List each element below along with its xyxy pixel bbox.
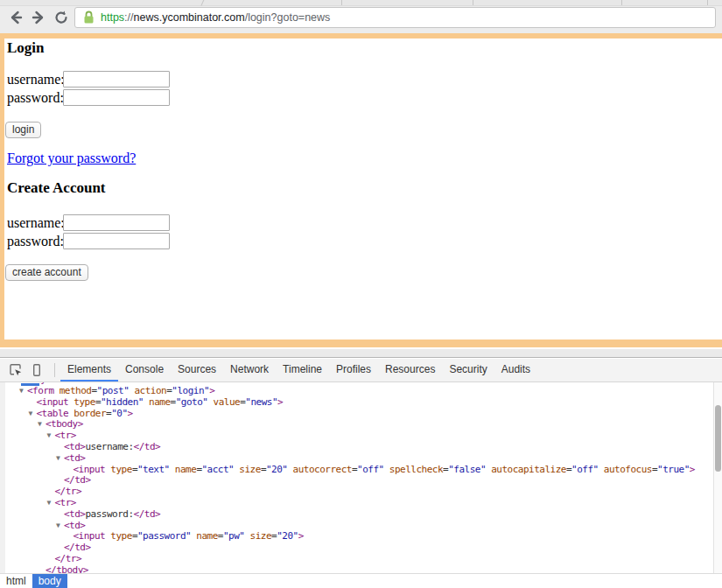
devtools-tab-audits[interactable]: Audits	[494, 359, 537, 382]
forgot-password-link[interactable]: Forgot your password?	[7, 150, 136, 165]
breadcrumb-body[interactable]: body	[32, 574, 67, 588]
token-val: "20"	[266, 464, 288, 475]
browser-toolbar: https://news.ycombinator.com/login?goto=…	[0, 0, 722, 33]
token-tag: <tbody>	[46, 418, 83, 430]
create-username-input[interactable]	[63, 214, 170, 231]
selection-highlight	[21, 383, 39, 386]
forward-arrow-icon	[30, 9, 47, 26]
token-att: type	[105, 530, 132, 542]
token-val: "20"	[277, 530, 298, 542]
devtools-tab-security[interactable]: Security	[442, 359, 494, 382]
reload-button[interactable]	[51, 7, 72, 28]
back-button[interactable]	[5, 7, 26, 28]
address-bar[interactable]: https://news.ycombinator.com/login?goto=…	[74, 7, 716, 28]
token-val: "login"	[172, 385, 209, 396]
body-margin-highlight-bottom	[0, 340, 722, 347]
forward-button[interactable]	[28, 7, 49, 28]
breadcrumb-html[interactable]: html	[0, 574, 32, 588]
browser-window: https://news.ycombinator.com/login?goto=…	[0, 0, 722, 588]
window-divider-band	[0, 349, 722, 358]
token-val: "news"	[245, 396, 277, 408]
token-val: "acct"	[202, 464, 235, 475]
clipped-selected-row: body	[0, 382, 722, 386]
expand-arrow-icon[interactable]: ▼	[56, 521, 64, 532]
create-password-label: password:	[7, 234, 63, 249]
login-heading: Login	[7, 39, 722, 57]
token-tag: </td>	[64, 542, 91, 553]
token-tag: <td>	[64, 520, 86, 531]
create-account-form: username: password:	[7, 214, 722, 250]
dom-tree-line[interactable]: ▼<tbody>	[0, 419, 722, 430]
token-tag: >	[277, 396, 283, 408]
dom-tree-line[interactable]: <td>username:</td>	[0, 442, 722, 453]
tab-strip-edge	[0, 0, 722, 6]
token-tag: <td>	[64, 452, 86, 464]
token-val: "0"	[111, 408, 127, 419]
token-att: name	[191, 530, 218, 542]
dom-tree-line[interactable]: <input type="password" name="pw" size="2…	[0, 531, 722, 542]
token-tag: </td>	[134, 508, 161, 520]
devtools-tab-console[interactable]: Console	[118, 359, 171, 382]
expand-arrow-icon[interactable]: ▼	[38, 419, 46, 430]
scrollbar-thumb[interactable]	[715, 405, 721, 472]
dom-tree-line[interactable]: </td>	[0, 475, 722, 486]
login-password-row: password:	[7, 88, 722, 107]
devtools-scrollbar[interactable]	[713, 382, 722, 573]
devtools-tab-network[interactable]: Network	[223, 359, 276, 382]
expand-arrow-icon[interactable]: ▼	[56, 453, 64, 465]
devtools-tabs: ElementsConsoleSourcesNetworkTimelinePro…	[60, 359, 537, 382]
create-account-button[interactable]: create account	[5, 264, 88, 281]
login-button[interactable]: login	[5, 122, 41, 138]
token-val: "text"	[137, 464, 170, 475]
token-tag: <input	[74, 464, 106, 475]
token-att: value	[207, 396, 240, 408]
devtools-tab-sources[interactable]: Sources	[171, 359, 223, 382]
token-tag: >	[128, 408, 133, 419]
inspect-element-icon[interactable]	[5, 360, 26, 381]
devtools-tab-timeline[interactable]: Timeline	[276, 359, 329, 382]
devtools-tab-resources[interactable]: Resources	[378, 359, 442, 382]
token-txt: username:	[86, 441, 134, 452]
token-tag: >	[209, 385, 214, 396]
expand-arrow-icon[interactable]: ▼	[47, 498, 55, 509]
devtools-panel: ElementsConsoleSourcesNetworkTimelinePro…	[0, 359, 722, 588]
expand-arrow-icon[interactable]: ▼	[47, 430, 55, 442]
dom-tree-line[interactable]: </td>	[0, 542, 722, 554]
dom-tree-line[interactable]: </tbody>	[0, 565, 722, 573]
reload-icon	[53, 9, 70, 26]
devtools-tab-elements[interactable]: Elements	[60, 359, 118, 382]
token-txt: password:	[86, 508, 134, 520]
token-val: "true"	[657, 464, 690, 475]
expand-arrow-icon[interactable]: ▼	[29, 409, 37, 420]
token-val: "post"	[97, 385, 130, 396]
token-tag: <td>	[64, 508, 86, 520]
dom-tree-line[interactable]: ▼<table border="0">	[0, 409, 722, 420]
login-password-input[interactable]	[63, 89, 170, 106]
tab-separator	[621, 0, 622, 5]
token-att: name	[170, 464, 197, 475]
token-tag: <td>	[64, 441, 86, 452]
create-password-row: password:	[7, 232, 722, 250]
token-att: autofocus	[599, 464, 652, 475]
token-att: autocorrect	[288, 464, 352, 475]
token-tag: </td>	[134, 441, 161, 452]
url-path: /login?goto=news	[245, 11, 331, 24]
device-toolbar-icon[interactable]	[26, 360, 47, 381]
dom-tree-line[interactable]: </tr>	[0, 554, 722, 565]
tab-separator	[707, 0, 708, 5]
create-password-input[interactable]	[63, 233, 170, 249]
token-tag: <form	[27, 385, 54, 396]
token-tag: </tbody>	[46, 564, 88, 573]
token-att: size	[234, 464, 261, 475]
login-username-input[interactable]	[63, 71, 170, 88]
dom-tree-line[interactable]: <input type="text" name="acct" size="20"…	[0, 465, 722, 476]
url-separator: ://	[124, 11, 133, 24]
devtools-tab-profiles[interactable]: Profiles	[329, 359, 378, 382]
dom-tree-line[interactable]: <td>password:</td>	[0, 509, 722, 521]
expand-arrow-icon[interactable]: ▼	[19, 386, 27, 397]
dom-tree-line[interactable]: </tr>	[0, 486, 722, 498]
url-text[interactable]: https://news.ycombinator.com/login?goto=…	[101, 11, 330, 24]
token-val: "password"	[137, 530, 191, 542]
token-att: method	[54, 385, 92, 396]
ssl-lock-icon[interactable]	[83, 10, 95, 24]
